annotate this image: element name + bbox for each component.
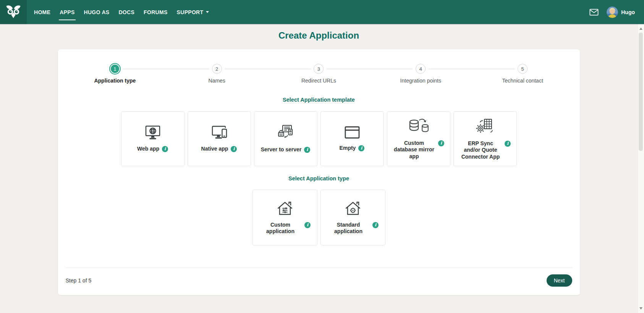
info-badge-icon[interactable]: i: [438, 140, 444, 146]
template-card-server-to-server[interactable]: Server to server i: [254, 111, 317, 166]
template-card-custom-database-mirror[interactable]: Custom database mirror app i: [387, 111, 450, 166]
step-3-label: Redirect URLs: [301, 78, 336, 84]
step-2-label: Names: [209, 78, 225, 84]
scroll-up-arrow-icon[interactable]: [638, 26, 644, 32]
brand-logo[interactable]: [0, 0, 27, 24]
nav-item-docs[interactable]: DOCS: [118, 7, 135, 18]
navbar-right: Hugo: [589, 6, 635, 18]
nav-item-support-label: SUPPORT: [177, 9, 204, 15]
info-badge-icon[interactable]: i: [358, 145, 364, 151]
nav-item-hugo-as[interactable]: HUGO AS: [83, 7, 110, 18]
house-gear-icon: [344, 200, 362, 216]
top-navbar: HOME APPS HUGO AS DOCS FORUMS SUPPORT: [0, 0, 644, 24]
card-label: Custom application: [259, 222, 302, 235]
nav-item-home[interactable]: HOME: [33, 7, 51, 18]
chevron-down-icon: [206, 11, 209, 13]
template-section-heading: Select Application template: [58, 97, 580, 103]
card-label: ERP Sync and/or Quote Connector App: [459, 140, 502, 161]
template-card-web-app[interactable]: Web app i: [121, 111, 184, 166]
scroll-down-arrow-icon[interactable]: [638, 305, 644, 311]
template-card-erp-sync-quote-connector[interactable]: ERP Sync and/or Quote Connector App i: [453, 111, 517, 166]
card-label: Server to server: [261, 146, 302, 153]
scrollbar-thumb[interactable]: [639, 32, 643, 151]
info-badge-icon[interactable]: i: [231, 146, 237, 152]
info-badge-icon[interactable]: i: [162, 146, 168, 152]
card-label: Custom database mirror app: [393, 140, 435, 160]
monitor-phone-icon: [210, 125, 228, 140]
scrollbar[interactable]: [638, 24, 644, 313]
type-section-heading: Select Application type: [58, 175, 580, 182]
stepper: 1 Application type 2 Names 3 Redirect UR…: [58, 49, 580, 84]
main-nav: HOME APPS HUGO AS DOCS FORUMS SUPPORT: [33, 7, 210, 18]
page-title: Create Application: [0, 30, 638, 41]
template-card-empty[interactable]: Empty i: [320, 111, 384, 166]
nav-item-support[interactable]: SUPPORT: [176, 7, 210, 18]
info-badge-icon[interactable]: i: [304, 222, 311, 228]
monitor-globe-icon: [144, 125, 162, 140]
type-card-standard-application[interactable]: Standard application i: [320, 190, 385, 245]
card-label: Empty: [340, 145, 356, 152]
step-progress-text: Step 1 of 5: [66, 277, 92, 284]
info-badge-icon[interactable]: i: [505, 141, 511, 147]
type-cards: Custom application i: [58, 190, 580, 245]
card-label: Standard application: [327, 222, 370, 235]
step-3-circle: 3: [314, 64, 324, 74]
step-5-label: Technical contact: [502, 78, 543, 84]
page-content: Create Application 1 Application type 2 …: [0, 24, 638, 313]
avatar[interactable]: [607, 6, 618, 18]
nav-item-apps[interactable]: APPS: [59, 7, 75, 18]
template-cards: Web app i Native app i: [58, 111, 580, 166]
step-4-label: Integration points: [400, 78, 441, 84]
house-sliders-icon: [276, 200, 294, 216]
type-card-custom-application[interactable]: Custom application i: [252, 190, 317, 245]
nav-item-forums[interactable]: FORUMS: [143, 7, 168, 18]
server-exchange-icon: [276, 124, 295, 141]
database-mirror-icon: [408, 118, 430, 135]
browser-window-icon: [344, 126, 361, 139]
step-5-circle: 5: [518, 64, 527, 74]
user-name[interactable]: Hugo: [621, 9, 635, 15]
card-label: Web app: [137, 146, 159, 152]
wizard-footer: Step 1 of 5 Next: [66, 268, 572, 293]
wizard-panel: 1 Application type 2 Names 3 Redirect UR…: [58, 49, 580, 295]
info-badge-icon[interactable]: i: [304, 147, 310, 153]
step-2-circle: 2: [212, 64, 222, 74]
template-card-native-app[interactable]: Native app i: [188, 111, 251, 166]
step-1-circle: 1: [110, 64, 120, 74]
step-integration-points[interactable]: 4 Integration points: [370, 64, 472, 84]
step-redirect-urls[interactable]: 3 Redirect URLs: [268, 64, 370, 84]
step-technical-contact[interactable]: 5 Technical contact: [472, 64, 574, 84]
info-badge-icon[interactable]: i: [372, 222, 379, 228]
next-button[interactable]: Next: [547, 274, 572, 287]
step-application-type[interactable]: 1 Application type: [64, 64, 166, 84]
step-4-circle: 4: [416, 64, 426, 74]
mail-icon[interactable]: [589, 9, 599, 16]
step-1-label: Application type: [94, 78, 136, 84]
gear-building-icon: [475, 117, 495, 135]
card-label: Native app: [201, 146, 228, 152]
owl-logo-icon: [4, 5, 23, 19]
step-names[interactable]: 2 Names: [166, 64, 268, 84]
